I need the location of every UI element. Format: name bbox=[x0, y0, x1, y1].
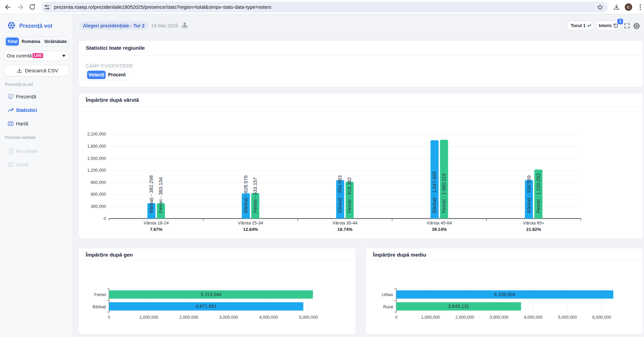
svg-text:3,000,000: 3,000,000 bbox=[219, 315, 238, 320]
svg-text:Bărbați - 954.583: Bărbați - 954.583 bbox=[337, 175, 343, 213]
svg-text:300,000: 300,000 bbox=[91, 204, 106, 209]
svg-text:21.82%: 21.82% bbox=[526, 227, 541, 232]
svg-text:5,000,000: 5,000,000 bbox=[299, 315, 318, 320]
svg-text:Bărbați - 382.298: Bărbați - 382.298 bbox=[149, 175, 154, 213]
svg-text:Femei - 1.220.252: Femei - 1.220.252 bbox=[536, 173, 541, 213]
svg-text:2,100,000: 2,100,000 bbox=[87, 132, 106, 137]
svg-text:Vârsta 25-34: Vârsta 25-34 bbox=[238, 220, 263, 225]
svg-text:1,000,000: 1,000,000 bbox=[139, 315, 158, 320]
svg-text:Vârsta 35-44: Vârsta 35-44 bbox=[332, 220, 357, 225]
svg-text:Femei: Femei bbox=[94, 292, 106, 297]
svg-text:Femei - 1.960.119: Femei - 1.960.119 bbox=[441, 173, 447, 213]
svg-text:12.64%: 12.64% bbox=[243, 227, 258, 232]
svg-text:Femei - 916.382: Femei - 916.382 bbox=[347, 177, 352, 213]
svg-text:3,000,000: 3,000,000 bbox=[489, 315, 508, 320]
svg-text:1,800,000: 1,800,000 bbox=[87, 144, 106, 149]
svg-text:Vârsta 45-64: Vârsta 45-64 bbox=[427, 220, 452, 225]
svg-text:6.339.604: 6.339.604 bbox=[494, 292, 515, 297]
svg-text:Bărbați - 1.947.665: Bărbați - 1.947.665 bbox=[432, 171, 437, 213]
svg-text:7.67%: 7.67% bbox=[150, 227, 162, 232]
svg-text:5.113.044: 5.113.044 bbox=[200, 292, 221, 297]
svg-text:Bărbați - 958.569: Bărbați - 958.569 bbox=[526, 175, 532, 213]
svg-text:0: 0 bbox=[395, 315, 398, 320]
svg-text:6,000,000: 6,000,000 bbox=[592, 315, 611, 320]
svg-text:1,500,000: 1,500,000 bbox=[87, 156, 106, 161]
svg-text:2,000,000: 2,000,000 bbox=[179, 315, 198, 320]
svg-text:4.871.691: 4.871.691 bbox=[196, 304, 217, 309]
svg-text:39.14%: 39.14% bbox=[432, 227, 447, 232]
svg-text:1,000,000: 1,000,000 bbox=[421, 315, 440, 320]
svg-text:900,000: 900,000 bbox=[91, 180, 106, 185]
svg-text:2,000,000: 2,000,000 bbox=[455, 315, 474, 320]
svg-text:Vârsta 65+: Vârsta 65+ bbox=[523, 220, 544, 225]
svg-text:600,000: 600,000 bbox=[91, 192, 106, 197]
svg-text:Bărbați: Bărbați bbox=[92, 305, 106, 309]
svg-text:4,000,000: 4,000,000 bbox=[259, 315, 278, 320]
svg-text:18.74%: 18.74% bbox=[338, 227, 353, 232]
svg-text:5,000,000: 5,000,000 bbox=[558, 315, 577, 320]
svg-text:1,200,000: 1,200,000 bbox=[87, 168, 106, 173]
svg-text:Femei - 383.134: Femei - 383.134 bbox=[158, 177, 163, 213]
svg-text:Femei - 633.157: Femei - 633.157 bbox=[252, 177, 258, 213]
svg-text:Bărbați - 628.576: Bărbați - 628.576 bbox=[243, 175, 248, 213]
svg-text:0: 0 bbox=[104, 216, 106, 221]
svg-text:3.645.131: 3.645.131 bbox=[448, 304, 469, 309]
svg-text:Vârsta 18-24: Vârsta 18-24 bbox=[143, 220, 168, 225]
svg-text:4,000,000: 4,000,000 bbox=[524, 315, 543, 320]
svg-text:Rural: Rural bbox=[383, 305, 393, 309]
svg-text:Urban: Urban bbox=[382, 292, 393, 297]
svg-text:0: 0 bbox=[108, 315, 110, 320]
